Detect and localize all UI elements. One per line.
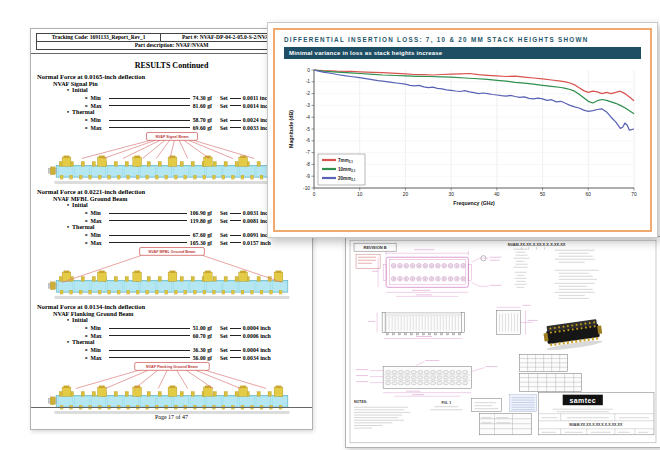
svg-text:-10: -10 <box>303 186 310 191</box>
connector-diagram-1: NVAF Signal Beam <box>47 132 297 185</box>
svg-text:0: 0 <box>313 192 316 197</box>
technical-drawing-page: REVISION B NVAM-XX-XX-X-XX.X-X-X-XX-XX <box>345 236 660 448</box>
diagram-label: NVAF Signal Beam <box>155 135 189 139</box>
svg-text:Frequency (GHz): Frequency (GHz) <box>453 200 495 206</box>
svg-text:-1: -1 <box>306 79 311 84</box>
svg-text:-9: -9 <box>306 174 311 179</box>
footer-rule <box>31 407 312 408</box>
svg-text:Magnitude (dB): Magnitude (dB) <box>288 110 294 148</box>
connector-diagram-2: NVAF MFBL Ground Beam <box>47 247 297 300</box>
connector-3d-render <box>543 318 604 351</box>
measurement-row: oMin36.30 gfSet0.0004 inch <box>85 347 306 354</box>
part-number-callout: NVAM-XX-XX-X-XX.X-X-X-XX-XX <box>508 243 599 298</box>
connector-render <box>48 156 289 184</box>
svg-text:70: 70 <box>631 192 637 197</box>
force-section-1: Normal Force at 0.0165-inch deflection N… <box>37 73 306 131</box>
tracking-code: Tracking Code: 1691133_Report_Rev_1 <box>37 34 161 42</box>
data-tables <box>520 355 582 392</box>
end-view <box>496 305 537 334</box>
notes-block: NOTES: <box>354 400 410 428</box>
svg-text:-6: -6 <box>306 138 311 143</box>
section-subheading: NVAF Flanking Ground Beam <box>53 310 306 317</box>
svg-text:-4: -4 <box>306 115 311 120</box>
annotation-lines <box>81 140 254 158</box>
warning-note <box>356 254 380 268</box>
side-view <box>368 312 464 338</box>
measurement-row: oMax105.30 gfSet0.0157 inch <box>85 240 306 247</box>
force-section-3: Normal Force at 0.0134-inch deflection N… <box>37 303 306 361</box>
part-description: Part description: NVAF/NVAM <box>37 42 307 50</box>
svg-text:FIG. 1: FIG. 1 <box>441 401 451 405</box>
diagram-label: NVAF Flanking Ground Beam <box>146 365 198 369</box>
measurement-row: oMin51.00 gfSet0.0004 inch <box>85 325 306 332</box>
page-number: Page 17 of 47 <box>31 414 312 420</box>
group-label: •Initial <box>67 317 306 324</box>
series-7mm <box>314 70 634 101</box>
section-heading: Normal Force at 0.0221-inch deflection <box>37 188 306 195</box>
title-part-number: NVAM-XX-XX-X-XX.X-X-X-XX-XX <box>569 423 623 427</box>
stamp-box <box>510 395 537 412</box>
technical-drawing-svg: REVISION B NVAM-XX-XX-X-XX.X-X-X-XX-XX <box>346 237 660 447</box>
chart-callout: Minimal variance in loss as stack height… <box>284 47 641 59</box>
chart-title: DIFFERENTIAL INSERTION LOSS: 7, 10 & 20 … <box>284 36 641 43</box>
svg-text:-3: -3 <box>306 103 311 108</box>
samtec-logo: samtec <box>569 397 596 404</box>
group-label: •Thermal <box>67 339 306 346</box>
revision-box: REVISION B <box>354 243 396 251</box>
figure-label: FIG. 1 <box>430 401 462 410</box>
svg-text:20: 20 <box>403 192 409 197</box>
section-heading: Normal Force at 0.0165-inch deflection <box>37 73 306 80</box>
svg-text:40: 40 <box>494 192 500 197</box>
svg-text:30: 30 <box>448 192 454 197</box>
front-view <box>356 361 497 397</box>
top-view <box>372 250 501 297</box>
insertion-loss-panel: DIFFERENTIAL INSERTION LOSS: 7, 10 & 20 … <box>267 22 658 238</box>
force-section-2: Normal Force at 0.0221-inch deflection N… <box>37 188 306 246</box>
measurement-row: oMax56.00 gfSet0.0034 inch <box>85 355 306 362</box>
svg-text:-2: -2 <box>306 91 311 96</box>
svg-text:NVAM-XX-XX-X-XX.X-X-X-XX-XX: NVAM-XX-XX-X-XX.X-X-X-XX-XX <box>508 243 566 247</box>
svg-text:0: 0 <box>307 68 310 73</box>
svg-text:-8: -8 <box>306 162 311 167</box>
svg-text:-7: -7 <box>306 150 311 155</box>
section-heading: Normal Force at 0.0134-inch deflection <box>37 303 306 310</box>
connector-render <box>48 386 289 414</box>
svg-text:10: 10 <box>357 192 363 197</box>
svg-text:NOTES:: NOTES: <box>354 400 367 404</box>
title-block: samtec NVAM-XX-XX-X-XX.X-X-X-XX-XX <box>539 393 654 435</box>
panel-orange-border: DIFFERENTIAL INSERTION LOSS: 7, 10 & 20 … <box>273 28 652 232</box>
svg-text:-5: -5 <box>306 127 311 132</box>
diagram-label: NVAF MFBL Ground Beam <box>148 250 195 254</box>
collage-canvas: { "report": { "header": { "tracking": "T… <box>0 0 660 450</box>
chart-legend: 7mm2,110mm2,120mm2,1 <box>318 154 365 185</box>
svg-text:60: 60 <box>586 192 592 197</box>
chart-svg: 0102030405060700-1-2-3-4-5-6-7-8-9-10Fre… <box>284 62 641 212</box>
svg-text:50: 50 <box>540 192 546 197</box>
chart-series <box>314 70 634 130</box>
svg-text:REVISION B: REVISION B <box>364 245 387 250</box>
